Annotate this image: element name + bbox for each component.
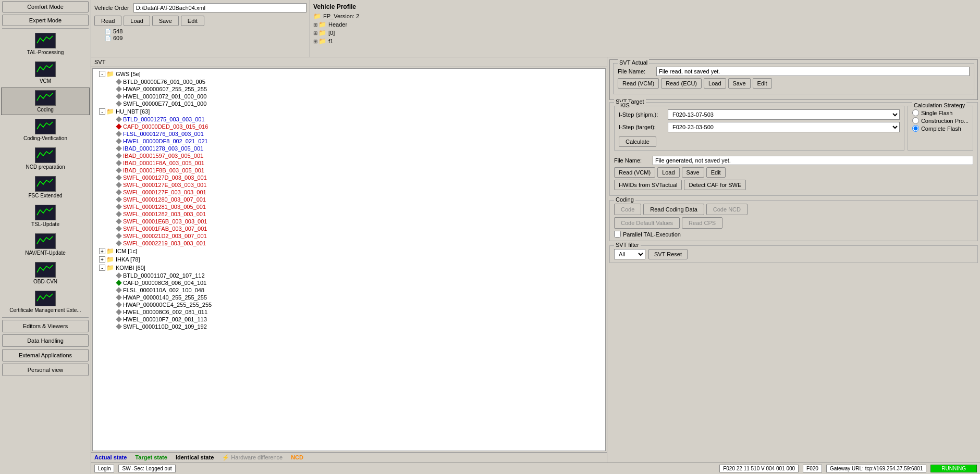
tree-hunbt-swfl1[interactable]: SWFL_0000127D_003_003_001 bbox=[94, 174, 604, 181]
tree-gws-swfl[interactable]: SWFL_00000E77_001_001_000 bbox=[94, 100, 604, 107]
personal-view-button[interactable]: Personal view bbox=[2, 364, 89, 376]
tree-hunbt-hwel[interactable]: HWEL_00000DF8_002_021_021 bbox=[94, 138, 604, 145]
tree-kombi-hwap2[interactable]: HWAP_000000CE4_255_255_255 bbox=[94, 301, 604, 308]
tree-kombi-hwel1[interactable]: HWEL_000008C6_002_081_011 bbox=[94, 308, 604, 316]
icm-expand-icon[interactable]: + bbox=[99, 248, 105, 254]
tree-kombi-hwel2[interactable]: HWEL_000010F7_002_081_113 bbox=[94, 316, 604, 323]
editors-viewers-button[interactable]: Editors & Viewers bbox=[2, 320, 89, 332]
vp-tree-header[interactable]: ⊞ 📁 Header bbox=[313, 21, 977, 28]
status-target[interactable]: Target state bbox=[135, 454, 167, 461]
hunbt-expand-icon[interactable]: - bbox=[99, 108, 105, 115]
tree-hunbt-swfl7[interactable]: SWFL_00001E6B_003_003_001 bbox=[94, 218, 604, 225]
read-cps-button[interactable]: Read CPS bbox=[682, 217, 722, 229]
complete-flash-radio[interactable] bbox=[912, 125, 919, 132]
gws-expand-icon[interactable]: - bbox=[99, 71, 105, 77]
svt-filter-select[interactable]: All bbox=[614, 249, 645, 259]
tree-hunbt-ibad4[interactable]: IBAD_00001F8B_003_005_001 bbox=[94, 167, 604, 174]
tree-hunbt-swfl5[interactable]: SWFL_00001281_003_005_001 bbox=[94, 203, 604, 210]
tree-gws-hwel[interactable]: HWEL_00001072_001_000_000 bbox=[94, 93, 604, 100]
tree-kombi-hwap1[interactable]: HWAP_00000140_255_255_255 bbox=[94, 294, 604, 301]
tree-hunbt-swfl3[interactable]: SWFL_0000127F_003_003_001 bbox=[94, 189, 604, 196]
status-identical[interactable]: Identical state bbox=[176, 454, 214, 461]
istep-target-select[interactable]: F020-23-03-500 bbox=[668, 122, 900, 132]
vo-edit-button[interactable]: Edit bbox=[181, 16, 204, 26]
svt-target-filename-input[interactable] bbox=[653, 156, 973, 165]
hwids-from-svtactual-button[interactable]: HWIDs from SVTactual bbox=[614, 180, 682, 190]
ihka-expand-icon[interactable]: + bbox=[99, 256, 105, 263]
expert-mode-button[interactable]: Expert Mode bbox=[2, 15, 89, 26]
svt-actual-filename-input[interactable] bbox=[656, 67, 970, 76]
code-button[interactable]: Code bbox=[614, 204, 641, 215]
tree-gws[interactable]: - 📁 GWS [5e] bbox=[94, 70, 604, 78]
hunbt-swfl7-diamond bbox=[116, 218, 121, 224]
tree-hunbt-ibad1[interactable]: IBAD_00001278_003_005_001 bbox=[94, 145, 604, 152]
svt-reset-button[interactable]: SVT Reset bbox=[648, 249, 688, 259]
tree-hunbt-cafd[interactable]: CAFD_00000DED_003_015_016 bbox=[94, 123, 604, 130]
single-flash-radio[interactable] bbox=[912, 109, 919, 116]
status-actual[interactable]: Actual state bbox=[94, 454, 127, 461]
tree-kombi-btld[interactable]: BTLD_00001107_002_107_112 bbox=[94, 272, 604, 279]
tree-hunbt-btld[interactable]: BTLD_00001275_003_003_001 bbox=[94, 116, 604, 123]
tree-kombi[interactable]: - 📁 KOMBI [60] bbox=[94, 264, 604, 272]
tree-gws-hwap[interactable]: HWAP_00000607_255_255_255 bbox=[94, 85, 604, 93]
svt-target-load-button[interactable]: Load bbox=[657, 167, 679, 178]
detect-caf-button[interactable]: Detect CAF for SWE bbox=[684, 180, 746, 190]
tree-hunbt-swfl2[interactable]: SWFL_0000127E_003_003_001 bbox=[94, 181, 604, 189]
istep-shipm-select[interactable]: F020-13-07-503 bbox=[668, 109, 900, 120]
vehicle-order-input[interactable] bbox=[133, 3, 307, 13]
tree-hunbt-flsl[interactable]: FLSL_00001276_003_003_001 bbox=[94, 130, 604, 138]
svt-actual-load-button[interactable]: Load bbox=[704, 78, 726, 89]
sidebar-item-tsl-update[interactable]: TSL-Update bbox=[1, 202, 90, 230]
svt-actual-save-button[interactable]: Save bbox=[728, 78, 751, 89]
calculate-button[interactable]: Calculate bbox=[619, 136, 656, 147]
svt-target-save-button[interactable]: Save bbox=[682, 167, 704, 178]
svt-actual-edit-button[interactable]: Edit bbox=[753, 78, 772, 89]
vp-tree-f1[interactable]: ⊞ 📁 f1 bbox=[313, 38, 977, 45]
comfort-mode-button[interactable]: Comfort Mode bbox=[2, 1, 89, 13]
tree-hunbt-swfl10[interactable]: SWFL_00002219_003_003_001 bbox=[94, 240, 604, 247]
kombi-expand-icon[interactable]: - bbox=[99, 265, 105, 271]
external-apps-button[interactable]: External Applications bbox=[2, 349, 89, 361]
sidebar-item-tal-processing[interactable]: TAL-Processing bbox=[1, 30, 90, 58]
vo-save-button[interactable]: Save bbox=[152, 16, 179, 26]
sidebar-item-vcm[interactable]: VCM bbox=[1, 59, 90, 86]
hunbt-swfl5-diamond bbox=[116, 204, 121, 209]
data-handling-button[interactable]: Data Handling bbox=[2, 334, 89, 347]
tree-icm[interactable]: + 📁 ICM [1c] bbox=[94, 247, 604, 255]
vo-read-button[interactable]: Read bbox=[94, 16, 121, 26]
svt-tree[interactable]: - 📁 GWS [5e] BTLD_00000E76_001_000_005 bbox=[92, 68, 606, 451]
tree-kombi-swfl[interactable]: SWFL_0000110D_002_109_192 bbox=[94, 323, 604, 330]
code-default-values-button[interactable]: Code Default Values bbox=[614, 217, 680, 229]
tree-kombi-flsl[interactable]: FLSL_0000110A_002_100_048 bbox=[94, 286, 604, 294]
tree-gws-btld[interactable]: BTLD_00000E76_001_000_005 bbox=[94, 78, 604, 85]
vo-load-button[interactable]: Load bbox=[124, 16, 150, 26]
tree-hunbt-swfl4[interactable]: SWFL_00001280_003_007_001 bbox=[94, 196, 604, 203]
read-coding-data-button[interactable]: Read Coding Data bbox=[643, 204, 704, 215]
svt-target-read-vcm-button[interactable]: Read (VCM) bbox=[614, 167, 655, 178]
sidebar-item-ncd-preparation[interactable]: NCD preparation bbox=[1, 145, 90, 172]
tree-hunbt-swfl6[interactable]: SWFL_00001282_003_003_001 bbox=[94, 210, 604, 218]
vp-tree-0[interactable]: ⊞ 📁 [0] bbox=[313, 29, 977, 36]
svt-actual-read-ecu-button[interactable]: Read (ECU) bbox=[661, 78, 702, 89]
sidebar-item-fsc-extended[interactable]: FSC Extended bbox=[1, 173, 90, 201]
construction-pro-radio[interactable] bbox=[912, 117, 919, 124]
tree-kombi-cafd[interactable]: CAFD_000008C8_006_004_101 bbox=[94, 279, 604, 286]
sidebar-item-coding-verification[interactable]: Coding-Verification bbox=[1, 116, 90, 144]
parallel-tal-checkbox[interactable] bbox=[614, 231, 621, 238]
sidebar-item-coding[interactable]: Coding bbox=[1, 88, 90, 115]
tree-hunbt-ibad3[interactable]: IBAD_00001F8A_003_005_001 bbox=[94, 159, 604, 167]
status-ncd[interactable]: NCD bbox=[291, 454, 303, 461]
tree-ihka[interactable]: + 📁 IHKA [78] bbox=[94, 255, 604, 264]
svt-actual-read-vcm-button[interactable]: Read (VCM) bbox=[618, 78, 659, 89]
svt-target-filename-label: File Name: bbox=[614, 157, 651, 164]
sidebar-item-nav-ent-update[interactable]: NAV/ENT-Update bbox=[1, 231, 90, 258]
sidebar-item-certificate-mgmt[interactable]: Certificate Management Exte... bbox=[1, 288, 90, 316]
tree-hunbt-swfl8[interactable]: SWFL_00001FAB_003_007_001 bbox=[94, 225, 604, 232]
svt-target-edit-button[interactable]: Edit bbox=[706, 167, 726, 178]
tree-hunbt-swfl9[interactable]: SWFL_000021D2_003_007_001 bbox=[94, 232, 604, 240]
tree-hunbt[interactable]: - 📁 HU_NBT [63] bbox=[94, 107, 604, 116]
status-hw-diff[interactable]: ⚡ Hardware difference bbox=[222, 454, 283, 461]
sidebar-item-obd-cvn[interactable]: OBD-CVN bbox=[1, 259, 90, 287]
code-ncd-button[interactable]: Code NCD bbox=[706, 204, 748, 215]
tree-hunbt-ibad2[interactable]: IBAD_00001597_003_005_001 bbox=[94, 152, 604, 159]
